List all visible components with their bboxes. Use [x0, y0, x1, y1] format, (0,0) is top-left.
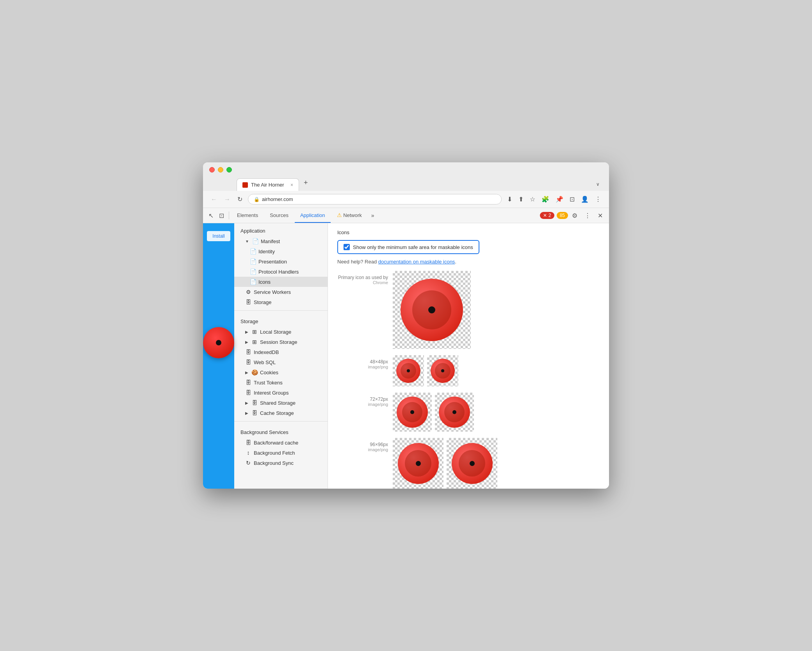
browser-menu-button[interactable]: ⋮: [593, 194, 603, 205]
tab-sources[interactable]: Sources: [264, 208, 294, 223]
address-actions: ⬇ ⬆ ☆ 🧩 📌 ⊡ 👤 ⋮: [506, 194, 603, 205]
sidebar-divider-1: [234, 310, 328, 311]
sidebar-item-cache-storage[interactable]: ▶ 🗄 Cache Storage: [234, 408, 328, 418]
size-72: 72×72px: [337, 397, 388, 402]
browser-window: The Air Horner × + ∨ ← → ↻ 🔒 airhorner.c…: [203, 162, 609, 489]
local-storage-icon: ⊞: [251, 329, 258, 335]
sidebar-item-cookies[interactable]: ▶ 🍪 Cookies: [234, 367, 328, 377]
browser-content-area: Install: [203, 223, 234, 489]
tab-close-button[interactable]: ×: [290, 182, 293, 188]
help-link[interactable]: documentation on maskable icons: [378, 259, 455, 265]
icon-preview-48: [393, 355, 458, 386]
session-storage-label: Session Storage: [260, 339, 297, 345]
devtools-body: Install Application ▼ 📄 Manifest 📄 Ident…: [203, 223, 609, 489]
sidebar-item-background-fetch[interactable]: ↕ Background Fetch: [234, 448, 328, 458]
error-icon: ✕: [543, 213, 547, 218]
sidebar-item-indexeddb[interactable]: 🗄 IndexedDB: [234, 347, 328, 357]
sidebar-item-background-sync[interactable]: ↻ Background Sync: [234, 458, 328, 468]
extensions-button[interactable]: 🧩: [540, 194, 551, 205]
tab-elements[interactable]: Elements: [231, 208, 264, 223]
toolbar-divider: [229, 212, 229, 219]
maskable-icons-checkbox[interactable]: [344, 244, 350, 250]
download-button[interactable]: ⬇: [506, 194, 514, 205]
shared-storage-icon: 🗄: [251, 400, 258, 406]
install-button[interactable]: Install: [207, 231, 230, 241]
tab-favicon: [242, 182, 248, 188]
icon-canvas-96-2: [447, 438, 497, 489]
error-badge: ✕ 2: [540, 212, 554, 219]
help-text: Need help? Read documentation on maskabl…: [337, 259, 600, 265]
sidebar-item-identity[interactable]: 📄 Identity: [234, 246, 328, 256]
bookmark-button[interactable]: ☆: [528, 194, 537, 205]
background-sync-label: Background Sync: [254, 460, 294, 466]
sidebar-item-storage-app[interactable]: 🗄 Storage: [234, 297, 328, 307]
new-tab-button[interactable]: +: [301, 176, 311, 190]
sidebar-item-back-forward-cache[interactable]: 🗄 Back/forward cache: [234, 438, 328, 448]
icon-label-96: 96×96px image/png: [337, 438, 388, 452]
share-button[interactable]: ⬆: [517, 194, 525, 205]
sidebar-item-manifest[interactable]: ▼ 📄 Manifest: [234, 236, 328, 246]
identity-doc-icon: 📄: [250, 248, 256, 254]
devtools-close-button[interactable]: ✕: [595, 209, 606, 222]
browser-tab[interactable]: The Air Horner ×: [237, 178, 299, 191]
minimize-traffic-light[interactable]: [218, 167, 223, 173]
session-storage-arrow: ▶: [245, 340, 248, 344]
service-workers-label: Service Workers: [254, 289, 291, 295]
sidebar-item-service-workers[interactable]: ⚙ Service Workers: [234, 287, 328, 297]
cookies-icon: 🍪: [251, 369, 258, 375]
shared-storage-arrow: ▶: [245, 401, 248, 405]
app-icon: [203, 327, 234, 358]
devtools-menu-button[interactable]: ⋮: [581, 209, 594, 222]
back-forward-cache-label: Back/forward cache: [254, 440, 298, 446]
device-toolbar-button[interactable]: ⊡: [217, 209, 226, 222]
close-traffic-light[interactable]: [209, 167, 215, 173]
interest-groups-label: Interest Groups: [254, 390, 289, 396]
sidebar-item-session-storage[interactable]: ▶ ⊞ Session Storage: [234, 337, 328, 347]
window-controls: [209, 167, 603, 173]
more-tabs-button[interactable]: »: [368, 209, 378, 222]
panel-title: Icons: [337, 229, 600, 235]
manifest-doc-icon: 📄: [252, 238, 258, 244]
forward-button[interactable]: →: [223, 194, 232, 205]
icon-canvas-48-1: [393, 355, 424, 386]
url-field[interactable]: 🔒 airhorner.com: [248, 194, 502, 205]
back-forward-cache-icon: 🗄: [245, 439, 251, 446]
cache-storage-arrow: ▶: [245, 411, 248, 415]
devtools-settings-button[interactable]: ⚙: [569, 209, 581, 222]
back-button[interactable]: ←: [209, 194, 219, 205]
maskable-icons-checkbox-label[interactable]: Show only the minimum safe area for mask…: [337, 240, 479, 254]
tab-network[interactable]: ⚠ Network: [331, 208, 367, 223]
devtools-sidebar: Application ▼ 📄 Manifest 📄 Identity 📄 Pr…: [234, 223, 328, 489]
icons-label: Icons: [258, 279, 271, 285]
sidebar-item-web-sql[interactable]: 🗄 Web SQL: [234, 357, 328, 367]
sidebar-item-interest-groups[interactable]: 🗄 Interest Groups: [234, 388, 328, 398]
account-button[interactable]: 👤: [579, 194, 590, 205]
icon-canvas-96-1: [393, 438, 443, 489]
background-fetch-icon: ↕: [245, 450, 251, 456]
background-sync-icon: ↻: [245, 460, 251, 466]
size-48: 48×48px: [337, 359, 388, 365]
sidebar-item-trust-tokens[interactable]: 🗄 Trust Tokens: [234, 377, 328, 388]
tab-title: The Air Horner: [251, 182, 284, 188]
sidebar-item-presentation[interactable]: 📄 Presentation: [234, 256, 328, 267]
pin-button[interactable]: 📌: [554, 194, 565, 205]
title-bar: The Air Horner × + ∨: [203, 162, 609, 191]
local-storage-label: Local Storage: [260, 329, 291, 335]
sidebar-divider-2: [234, 421, 328, 422]
session-storage-icon: ⊞: [251, 339, 258, 345]
tab-application[interactable]: Application: [295, 208, 331, 223]
sidebar-item-shared-storage[interactable]: ▶ 🗄 Shared Storage: [234, 398, 328, 408]
reload-button[interactable]: ↻: [236, 194, 244, 205]
maximize-traffic-light[interactable]: [226, 167, 232, 173]
tab-dropdown-button[interactable]: ∨: [593, 178, 603, 190]
devtools-toolbar: ↖ ⊡ Elements Sources Application ⚠ Netwo…: [203, 208, 609, 223]
cookies-label: Cookies: [260, 370, 278, 375]
sidebar-item-protocol-handlers[interactable]: 📄 Protocol Handlers: [234, 267, 328, 277]
icon-preview-96: [393, 438, 497, 489]
icon-label-48: 48×48px image/png: [337, 355, 388, 369]
icon-canvas-48-2: [427, 355, 458, 386]
inspect-element-button[interactable]: ↖: [206, 209, 216, 222]
sidebar-item-icons[interactable]: 📄 Icons: [234, 277, 328, 287]
sidebar-item-local-storage[interactable]: ▶ ⊞ Local Storage: [234, 327, 328, 337]
split-button[interactable]: ⊡: [568, 194, 576, 205]
